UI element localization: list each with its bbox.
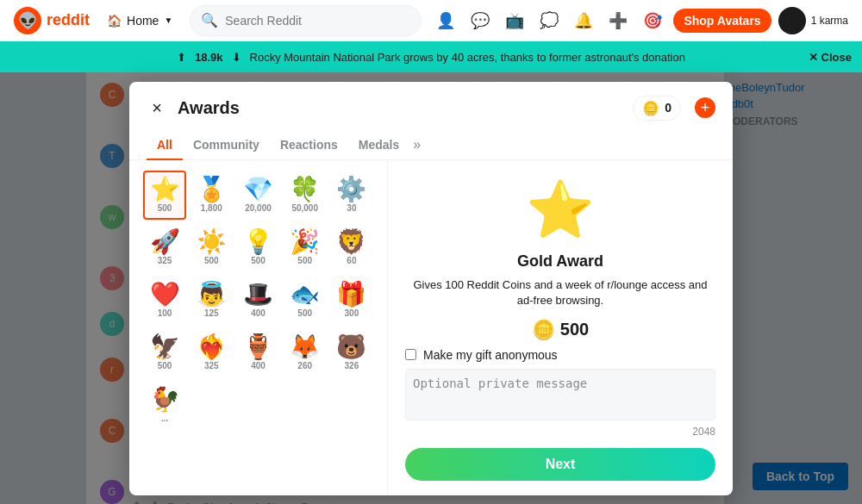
award-grid-item[interactable]: ❤️ 100	[143, 276, 186, 325]
reddit-logo[interactable]: 👽 reddit	[14, 7, 90, 34]
award-grid-item[interactable]: 👼 125	[190, 276, 233, 325]
award-emoji: 🐓	[150, 388, 180, 412]
award-grid-item[interactable]: 🐟 500	[284, 276, 327, 325]
add-coins-button[interactable]: +	[695, 97, 715, 118]
award-grid-item[interactable]: ☀️ 500	[190, 223, 233, 272]
award-emoji: 🦅	[150, 335, 180, 359]
award-cost: 400	[251, 361, 265, 370]
award-cost: ...	[161, 414, 168, 423]
award-grid-item[interactable]: 🦁 60	[330, 223, 373, 272]
anonymous-checkbox[interactable]	[405, 349, 416, 360]
award-grid-item[interactable]: 🐓 ...	[143, 381, 186, 430]
detail-award-description: Gives 100 Reddit Coins and a week of r/l…	[405, 277, 715, 308]
user-icon[interactable]: 👤	[432, 7, 459, 34]
detail-award-icon: ⭐	[526, 177, 595, 242]
award-emoji: 🚀	[150, 230, 180, 254]
close-x-icon: ✕	[809, 51, 818, 64]
search-bar[interactable]: 🔍	[190, 5, 422, 36]
award-grid-item[interactable]: ⭐ 500	[143, 171, 186, 220]
award-grid-item[interactable]: ⚙️ 30	[330, 171, 373, 220]
more-tabs-button[interactable]: »	[413, 137, 421, 152]
modal-header: × Awards 🪙 0 +	[129, 82, 733, 121]
user-avatar	[778, 7, 806, 34]
modal-close-button[interactable]: ×	[147, 97, 167, 118]
award-emoji: 🎩	[243, 283, 273, 307]
search-input[interactable]	[225, 14, 410, 28]
award-tab-all[interactable]: All	[147, 131, 183, 160]
award-cost: 50,000	[291, 203, 318, 213]
user-avatar-area[interactable]: 1 karma	[778, 7, 848, 34]
award-cost: 60	[347, 256, 356, 265]
award-grid-item[interactable]: ❤️‍🔥 325	[190, 328, 233, 377]
award-grid-item[interactable]: 🦊 260	[284, 328, 327, 377]
award-cost: 325	[204, 361, 219, 370]
award-grid-item[interactable]: 🐻 326	[330, 328, 373, 377]
awards-grid-container: ⭐ 500 🏅 1,800 💎 20,000 🍀 50,000 ⚙️ 30 🚀 …	[129, 160, 388, 495]
detail-award-name: Gold Award	[517, 252, 603, 271]
tv-icon[interactable]: 📺	[501, 7, 528, 34]
award-grid-item[interactable]: 🍀 50,000	[284, 171, 327, 220]
next-button[interactable]: Next	[405, 448, 715, 481]
award-emoji: 🍀	[290, 177, 320, 202]
award-grid-item[interactable]: 💡 500	[236, 223, 279, 272]
award-grid-item[interactable]: 🎩 400	[236, 276, 279, 325]
award-emoji: ⚙️	[336, 177, 366, 202]
notification-bar: ⬆ 18.9k ⬇ Rocky Mountain National Park g…	[0, 41, 862, 72]
karma-count: 1 karma	[811, 15, 848, 27]
home-button[interactable]: 🏠 Home ▼	[100, 10, 179, 31]
award-emoji: 🐻	[336, 335, 366, 359]
award-emoji: 💡	[243, 230, 273, 254]
awards-grid: ⭐ 500 🏅 1,800 💎 20,000 🍀 50,000 ⚙️ 30 🚀 …	[143, 171, 373, 430]
award-grid-item[interactable]: 💎 20,000	[236, 171, 279, 220]
award-tab-reactions[interactable]: Reactions	[270, 131, 348, 160]
award-cost: 20,000	[245, 203, 272, 213]
award-tab-medals[interactable]: Medals	[348, 131, 409, 160]
award-emoji: 💎	[243, 177, 273, 202]
award-cost: 500	[158, 203, 172, 213]
coin-display: 🪙 0	[633, 96, 681, 121]
award-grid-item[interactable]: 🎉 500	[284, 223, 327, 272]
notification-close[interactable]: ✕ Close	[809, 51, 852, 64]
detail-cost-amount: 500	[560, 320, 589, 339]
modal-overlay: × Awards 🪙 0 + AllCommunityReactionsMeda…	[0, 72, 862, 504]
award-cost: 500	[297, 256, 312, 265]
chevron-down-icon: ▼	[164, 16, 172, 25]
home-icon: 🏠	[107, 14, 122, 28]
award-emoji: ⭐	[150, 177, 180, 202]
header: 👽 reddit 🏠 Home ▼ 🔍 👤 💬 📺 💭 🔔 ➕ 🎯 Shop A…	[0, 0, 862, 41]
award-emoji: 🎉	[290, 230, 320, 254]
award-grid-item[interactable]: 🦅 500	[143, 328, 186, 377]
points-icon[interactable]: 🎯	[639, 7, 666, 34]
award-cost: 326	[345, 361, 359, 370]
shop-avatars-button[interactable]: Shop Avatars	[673, 9, 771, 33]
upvote-icon: ⬆	[177, 51, 186, 64]
award-grid-item[interactable]: 🏅 1,800	[190, 171, 233, 220]
char-count: 2048	[405, 426, 715, 438]
main-content: C Coupon_Ninja 12 hr. ago It went from 2…	[0, 72, 862, 504]
award-emoji: 🎁	[336, 283, 366, 307]
anonymous-label[interactable]: Make my gift anonymous	[423, 348, 558, 362]
award-emoji: 🏺	[243, 335, 273, 359]
award-emoji: 🏅	[197, 177, 227, 202]
award-grid-item[interactable]: 🎁 300	[330, 276, 373, 325]
reddit-wordmark: reddit	[47, 11, 90, 29]
message-icon[interactable]: 💬	[466, 7, 494, 34]
award-grid-item[interactable]: 🚀 325	[143, 223, 186, 272]
award-cost: 1,800	[201, 203, 222, 213]
detail-coin-icon: 🪙	[532, 319, 555, 341]
modal-body: ⭐ 500 🏅 1,800 💎 20,000 🍀 50,000 ⚙️ 30 🚀 …	[129, 160, 733, 495]
private-message-input[interactable]	[405, 369, 715, 420]
bell-icon[interactable]: 🔔	[570, 7, 597, 34]
award-tab-community[interactable]: Community	[183, 131, 270, 160]
search-icon: 🔍	[201, 12, 218, 28]
award-cost: 30	[347, 203, 356, 213]
plus-icon[interactable]: ➕	[604, 7, 632, 34]
coin-count: 0	[665, 101, 671, 115]
award-cost: 500	[251, 256, 265, 265]
award-cost: 500	[297, 308, 312, 318]
award-emoji: 🦊	[290, 335, 320, 359]
downvote-icon: ⬇	[232, 51, 241, 64]
award-grid-item[interactable]: 🏺 400	[236, 328, 279, 377]
chat-icon[interactable]: 💭	[535, 7, 563, 34]
modal-tabs: AllCommunityReactionsMedals »	[129, 131, 733, 160]
